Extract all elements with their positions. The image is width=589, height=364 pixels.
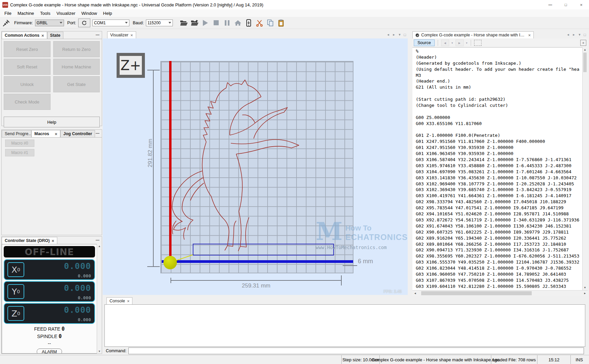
scrollbar-thumb[interactable]: [583, 53, 587, 72]
menu-visualizer[interactable]: Visualizer: [53, 10, 78, 17]
tab-visualizer[interactable]: Visualizer: [107, 31, 136, 38]
split-window-icon[interactable]: +: [580, 40, 586, 46]
close-icon[interactable]: [52, 238, 54, 243]
nav-right-icon[interactable]: [393, 33, 396, 36]
editor-horizontal-scrollbar[interactable]: [412, 290, 588, 296]
menu-machine[interactable]: Machine: [14, 10, 37, 17]
tab-common-actions[interactable]: Common Actions: [2, 32, 47, 39]
maximize-pane-icon[interactable]: [404, 33, 406, 37]
close-icon[interactable]: [130, 33, 133, 38]
baud-select[interactable]: 115200: [146, 20, 173, 26]
stop-icon[interactable]: [212, 19, 221, 27]
port-select[interactable]: COM1: [92, 20, 129, 26]
width-dimension-label: 259.31 mm: [231, 282, 281, 289]
connect-plug-icon[interactable]: [2, 19, 11, 27]
dropdown-icon[interactable]: [451, 42, 454, 44]
paste-icon[interactable]: [277, 19, 285, 27]
menu-help[interactable]: Help: [100, 10, 115, 17]
unlock-button[interactable]: Unlock: [4, 76, 51, 92]
file-name-status: Complex G-code example - Horse shape mad…: [379, 355, 491, 364]
source-view-button[interactable]: Source: [414, 39, 435, 46]
gcode-line: G03 X100.419761 Y41.664361 Z-1.000000 I-…: [416, 193, 588, 199]
dro-axis-card: Y0 0.000 0.000: [4, 281, 95, 302]
title-bar: UGS Complex G-code example - Horse shape…: [0, 0, 589, 10]
home-machine-button[interactable]: Home Machine: [53, 59, 100, 75]
window-maximize-icon[interactable]: [558, 0, 574, 9]
play-icon[interactable]: [201, 19, 210, 27]
window-close-icon[interactable]: [574, 0, 589, 9]
maximize-pane-icon[interactable]: [584, 33, 586, 37]
cut-icon[interactable]: [255, 19, 264, 27]
gcode-visualizer-canvas[interactable]: Z+: [103, 38, 408, 295]
scrollbar-thumb[interactable]: [421, 291, 532, 295]
tab-send-progress[interactable]: Send Progre...: [2, 130, 31, 137]
scroll-down-icon[interactable]: [584, 286, 586, 289]
scroll-down-icon[interactable]: [98, 350, 101, 353]
close-icon[interactable]: [528, 33, 531, 38]
menu-tools[interactable]: Tools: [37, 10, 53, 17]
send-to-device-icon[interactable]: [244, 19, 253, 27]
editor-vertical-scrollbar[interactable]: [582, 47, 588, 290]
scroll-right-icon[interactable]: [584, 292, 586, 295]
home-icon[interactable]: [234, 19, 242, 27]
last-edit-forward-icon[interactable]: ►: [456, 39, 464, 46]
tab-state[interactable]: State: [47, 32, 64, 39]
copy-icon[interactable]: [266, 19, 275, 27]
close-icon[interactable]: [55, 131, 57, 136]
reset-zero-button[interactable]: Reset Zero: [4, 41, 51, 57]
scroll-up-icon[interactable]: [98, 245, 101, 248]
command-input[interactable]: [128, 347, 584, 354]
panel-minimize-icon[interactable]: [96, 130, 99, 135]
panel-minimize-icon[interactable]: [96, 32, 99, 37]
tab-list-icon[interactable]: [578, 33, 581, 36]
tab-gcode-file[interactable]: Complex G-code example - Horse shape mad…: [412, 31, 534, 38]
close-icon[interactable]: [127, 299, 130, 304]
axis-work-value: 0.000: [64, 305, 91, 315]
console-output[interactable]: [104, 304, 585, 347]
window-title: Complex G-code example - Horse shape mad…: [10, 2, 263, 7]
nav-left-icon[interactable]: [387, 33, 390, 36]
check-mode-button[interactable]: Check Mode: [4, 94, 51, 110]
dropdown-icon[interactable]: [466, 42, 468, 44]
gcode-line: (Using default header. To add your own h…: [416, 67, 588, 73]
dro-scrollbar[interactable]: [97, 244, 102, 354]
panel-minimize-icon[interactable]: [96, 237, 99, 242]
open-file-icon[interactable]: [180, 19, 188, 27]
tab-jog-controller[interactable]: Jog Controller: [60, 130, 95, 137]
macro-0-button[interactable]: Macro #0: [5, 140, 34, 147]
tab-macros[interactable]: Macros: [31, 130, 60, 137]
return-to-zero-button[interactable]: Return to Zero: [53, 41, 100, 57]
scroll-up-icon[interactable]: [584, 48, 586, 51]
axis-reset-button[interactable]: Y0: [7, 284, 24, 299]
help-button[interactable]: Help: [4, 117, 100, 127]
tab-list-icon[interactable]: [398, 33, 401, 36]
rectangular-selection-icon[interactable]: [474, 40, 482, 46]
tab-controller-state[interactable]: Controller State (DRO): [2, 237, 57, 244]
axis-reset-button[interactable]: X0: [7, 262, 24, 277]
scroll-left-icon[interactable]: [414, 292, 416, 295]
spindle-label: SPINDLE: [37, 334, 57, 339]
gcode-line: G02 X94.101654 Y51.024620 Z-1.000000 I28…: [416, 211, 588, 217]
last-edit-back-icon[interactable]: ◄: [441, 39, 449, 46]
gcode-line: G03 X106.555370 Y49.035250 Z-1.000000 I2…: [416, 260, 588, 266]
pause-icon[interactable]: [223, 19, 231, 27]
soft-reset-button[interactable]: Soft Reset: [4, 59, 51, 75]
open-recent-icon[interactable]: [190, 19, 199, 27]
tab-console[interactable]: Console: [106, 297, 132, 304]
nav-right-icon[interactable]: [572, 33, 576, 36]
gcode-line: G01 X247.951560 Y11.817060 Z-1.000000 F4…: [416, 139, 588, 145]
main-toolbar: Firmware: GRBL Port: COM1 Baud: 115200: [0, 17, 589, 29]
refresh-port-button[interactable]: [78, 19, 90, 27]
menu-window[interactable]: Window: [79, 10, 100, 17]
menu-file[interactable]: File: [1, 10, 14, 17]
firmware-select[interactable]: GRBL: [35, 20, 64, 26]
gcode-line: (Header end.): [416, 79, 588, 85]
macro-1-button[interactable]: Macro #1: [5, 149, 34, 156]
axis-reset-button[interactable]: Z0: [7, 306, 24, 321]
nav-left-icon[interactable]: [567, 33, 570, 36]
feed-rate-label: FEED RATE: [34, 326, 60, 332]
window-minimize-icon[interactable]: [542, 0, 558, 9]
get-state-button[interactable]: Get State: [53, 76, 100, 92]
gcode-source-editor[interactable]: %(Header)(Generated by gcodetools from I…: [412, 47, 588, 291]
close-icon[interactable]: [41, 33, 44, 38]
